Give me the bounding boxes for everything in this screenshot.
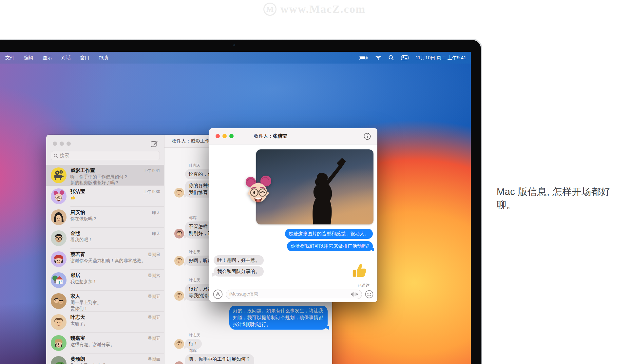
menu-status-area: 11月10日 周二 上午9:41	[359, 55, 466, 61]
imessage-input[interactable]: iMessage信息	[226, 290, 362, 299]
conversation-name: 家人	[70, 293, 80, 299]
avatar	[51, 251, 67, 267]
conversation-preview: 这很有趣。谢谢分享。	[70, 342, 160, 348]
memoji-sticker	[243, 174, 274, 205]
conversation-time: 上午 9:41	[143, 168, 160, 174]
conversation-time: 星期五	[148, 294, 161, 299]
conversation-row[interactable]: 金熙昨天看我的吧！	[46, 228, 164, 249]
audio-waveform-icon[interactable]	[351, 292, 358, 297]
avatar	[51, 209, 67, 225]
conversation-row[interactable]: 张洁莹上午 9:30	[46, 186, 164, 207]
conversation-name: 唐安怡	[70, 209, 85, 216]
conversation-name: 黄颂朗	[70, 356, 85, 362]
compose-button[interactable]	[150, 140, 158, 148]
message-group: 好的，没问题。如果有什么事发生，请让我知道，我可以提前制订个规划，确保事情都按计…	[174, 306, 328, 330]
app-store-icon[interactable]	[213, 289, 223, 299]
conversation-name: 威影工作室	[70, 167, 95, 174]
received-bubble: 嗨，你手中的工作进展如何？ 新的粗剪版准备好了吗？	[185, 354, 254, 364]
avatar	[51, 272, 67, 288]
conversation-time: 上午 9:30	[143, 189, 160, 195]
conversation-time: 昨天	[152, 231, 160, 237]
avatar	[174, 256, 184, 266]
sent-bubble: 好的，没问题。如果有什么事发生，请让我知道，我可以提前制订个规划，确保事情都按计…	[229, 306, 328, 330]
avatar	[174, 291, 184, 301]
search-icon[interactable]	[389, 55, 394, 60]
photo-attachment[interactable]	[256, 149, 373, 224]
search-input[interactable]: 搜索	[51, 151, 160, 160]
delivered-status: 已送达	[358, 283, 370, 288]
avatar	[174, 339, 184, 349]
conversation-preview: 你在做饭吗？	[70, 216, 160, 222]
window-controls-inactive[interactable]	[53, 142, 71, 146]
avatar	[51, 314, 67, 330]
conversation-time: 星期六	[148, 273, 161, 278]
conversation-preview	[70, 195, 160, 201]
window-controls[interactable]	[216, 134, 234, 138]
battery-icon[interactable]	[359, 56, 368, 60]
menubar-datetime[interactable]: 11月10日 周二 上午9:41	[416, 55, 466, 61]
message-input-bar: iMessage信息	[213, 289, 373, 299]
search-placeholder: 搜索	[60, 153, 69, 159]
received-bubble: 哇！是啊，好主意。	[214, 255, 264, 265]
compose-header: 收件人：张洁莹	[209, 128, 377, 144]
recipient-name: 张洁莹	[273, 133, 287, 139]
sent-bubble: 你觉得我们可以用它来做推广活动吗?	[287, 241, 373, 251]
conversation-name: 邻居	[70, 272, 80, 278]
compose-chat-window: 收件人：张洁莹	[209, 128, 377, 302]
menu-items: 文件编辑显示对话窗口帮助	[1, 55, 113, 61]
emoji-picker-icon[interactable]	[365, 290, 373, 298]
wifi-icon[interactable]	[375, 55, 381, 60]
conversation-row[interactable]: 威影工作室上午 9:41嗨，你手中的工作进展如何？ 新的粗剪版准备好了吗？	[46, 165, 164, 186]
conversation-sidebar: 搜索 威影工作室上午 9:41嗨，你手中的工作进展如何？ 新的粗剪版准备好了吗？…	[46, 135, 164, 364]
conversation-row[interactable]: 唐安怡昨天你在做饭吗？	[46, 207, 164, 228]
avatar	[51, 335, 67, 351]
menu-item-5[interactable]: 帮助	[94, 55, 113, 61]
menu-item-3[interactable]: 对话	[57, 55, 75, 61]
marketing-caption: Mac 版信息, 怎样开场都好聊。	[497, 185, 629, 212]
transcript-recipient: 收件人：威影工作室	[172, 138, 215, 144]
search-field-icon	[54, 154, 58, 158]
info-icon[interactable]	[364, 133, 371, 140]
conversation-time: 星期四	[148, 357, 161, 362]
thumbs-up-icon	[351, 262, 370, 281]
conversation-time: 星期五	[148, 336, 161, 341]
menu-item-0[interactable]: 文件	[1, 55, 19, 61]
message-group: 邹晖嗨，你手中的工作进展如何？ 新的粗剪版准备好了吗？	[174, 348, 328, 364]
conversation-preview: 那个盒子，保密哦。	[70, 363, 160, 364]
menu-item-2[interactable]: 显示	[38, 55, 57, 61]
zoom-button[interactable]	[229, 134, 234, 138]
sender-label: 邹晖	[189, 348, 328, 353]
conversation-time: 星期五	[148, 315, 161, 320]
conversation-row[interactable]: 蔡若菁星期日谢谢你今天鼎力相助！真的非常感激。	[46, 249, 164, 270]
avatar	[174, 361, 184, 364]
avatar	[51, 293, 67, 309]
avatar	[174, 229, 184, 239]
avatar	[51, 356, 67, 364]
conversation-row[interactable]: 魏嘉宝星期五这很有趣。谢谢分享。	[46, 333, 164, 354]
received-bubble: 我会和团队分享的。	[214, 266, 264, 277]
minimize-button[interactable]	[222, 134, 227, 138]
macbook-screen: 文件编辑显示对话窗口帮助 11月10日 周二 上午9:41	[0, 52, 471, 364]
recipient-label: 收件人：	[254, 133, 273, 139]
control-center-icon[interactable]	[401, 55, 409, 60]
menu-item-4[interactable]: 窗口	[75, 55, 94, 61]
close-button[interactable]	[216, 134, 220, 138]
received-bubble: 行！	[185, 339, 202, 349]
avatar	[51, 188, 67, 204]
conversation-name: 叶志天	[70, 314, 85, 320]
conversation-row[interactable]: 家人星期五周一早上到家。 爱你们！	[46, 291, 164, 312]
conversation-preview: 看我的吧！	[70, 237, 160, 243]
menu-bar: 文件编辑显示对话窗口帮助 11月10日 周二 上午9:41	[0, 52, 471, 64]
conversation-name: 魏嘉宝	[70, 335, 85, 341]
menu-item-1[interactable]: 编辑	[19, 55, 38, 61]
conversation-row[interactable]: 邻居星期六我也想参加！	[46, 270, 164, 291]
conversation-row[interactable]: 叶志天星期五太酷了。	[46, 312, 164, 333]
sent-bubble: 超爱这张图片的造型和感觉，很动人。	[285, 229, 373, 239]
avatar	[174, 188, 184, 198]
watermark-text: www.MacZ.com	[280, 3, 366, 15]
conversation-preview: 谢谢你今天鼎力相助！真的非常感激。	[70, 258, 160, 264]
conversation-row[interactable]: 黄颂朗星期四那个盒子，保密哦。	[46, 354, 164, 364]
message-group: 叶志天行！	[174, 333, 328, 349]
webcam-dot	[233, 44, 235, 46]
conversation-preview: 周一早上到家。 爱你们！	[70, 300, 160, 312]
